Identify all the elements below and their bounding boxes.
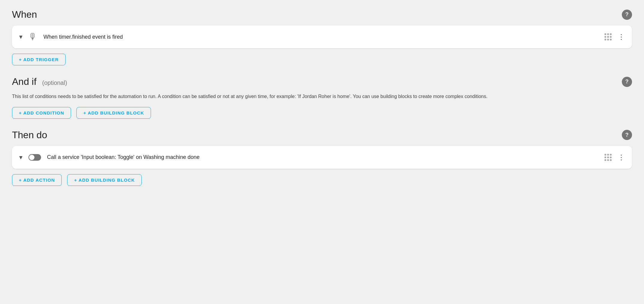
- then-do-section: Then do ? ▾ Call a service 'Input boolea…: [12, 130, 632, 186]
- and-if-help-icon[interactable]: ?: [622, 77, 632, 87]
- action-card: ▾ Call a service 'Input boolean: Toggle'…: [12, 146, 632, 169]
- action-button-row: + ADD ACTION + ADD BUILDING BLOCK: [12, 174, 632, 186]
- action-card-text: Call a service 'Input boolean: Toggle' o…: [47, 154, 199, 160]
- trigger-more-menu-icon[interactable]: ⋮: [618, 33, 625, 40]
- action-toggle-switch[interactable]: [28, 154, 41, 161]
- trigger-chevron-icon[interactable]: ▾: [19, 33, 22, 41]
- trigger-card-text: When timer.finished event is fired: [43, 34, 123, 40]
- add-condition-building-block-button[interactable]: + ADD BUILDING BLOCK: [76, 107, 151, 119]
- condition-button-row: + ADD CONDITION + ADD BUILDING BLOCK: [12, 107, 632, 119]
- add-condition-button[interactable]: + ADD CONDITION: [12, 107, 71, 119]
- action-chevron-icon[interactable]: ▾: [19, 153, 22, 161]
- trigger-card-left: ▾ 🎙 When timer.finished event is fired: [19, 32, 604, 42]
- timer-icon: 🎙: [28, 32, 37, 42]
- and-if-section: And if (optional) ? This list of conditi…: [12, 76, 632, 119]
- action-card-left: ▾ Call a service 'Input boolean: Toggle'…: [19, 153, 604, 161]
- and-if-optional-label: (optional): [42, 79, 67, 86]
- when-title: When: [12, 9, 37, 20]
- add-action-building-block-button[interactable]: + ADD BUILDING BLOCK: [67, 174, 142, 186]
- trigger-button-row: + ADD TRIGGER: [12, 54, 632, 65]
- then-do-help-icon[interactable]: ?: [622, 130, 632, 140]
- action-more-menu-icon[interactable]: ⋮: [618, 154, 625, 161]
- when-help-icon[interactable]: ?: [622, 10, 632, 20]
- action-card-right: ⋮: [604, 154, 625, 161]
- and-if-description: This list of conditions needs to be sati…: [12, 93, 626, 100]
- when-section: When ? ▾ 🎙 When timer.finished event is …: [12, 9, 632, 65]
- when-header: When ?: [12, 9, 632, 20]
- add-action-button[interactable]: + ADD ACTION: [12, 174, 62, 186]
- trigger-drag-handle[interactable]: [604, 33, 612, 40]
- action-drag-handle[interactable]: [604, 154, 612, 161]
- then-do-title: Then do: [12, 130, 47, 141]
- then-do-header: Then do ?: [12, 130, 632, 141]
- add-trigger-button[interactable]: + ADD TRIGGER: [12, 54, 66, 65]
- and-if-header: And if (optional) ?: [12, 76, 632, 87]
- trigger-card-right: ⋮: [604, 33, 625, 40]
- trigger-card: ▾ 🎙 When timer.finished event is fired ⋮: [12, 25, 632, 48]
- and-if-title: And if (optional): [12, 76, 67, 87]
